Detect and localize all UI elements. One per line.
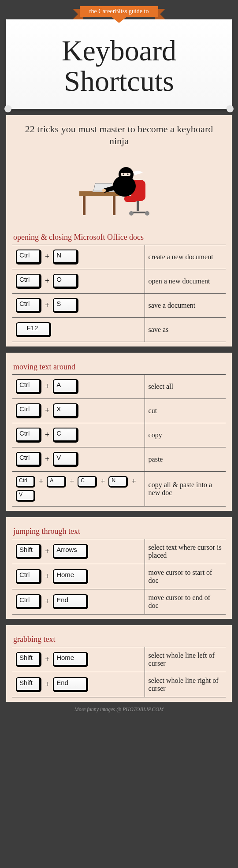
svg-rect-1 <box>113 195 115 215</box>
plus-icon: + <box>130 477 137 486</box>
table-row: Ctrl+Ssave a document <box>12 293 226 317</box>
svg-rect-6 <box>124 196 138 202</box>
section-panel: grabbing text Shift+Homeselect whole lin… <box>6 625 232 702</box>
plus-icon: + <box>44 572 50 581</box>
ribbon: the CareerBliss guide to <box>6 6 232 23</box>
section-panel: moving text around Ctrl+Aselect allCtrl+… <box>6 353 232 511</box>
shortcut-description: copy <box>145 423 226 447</box>
table-row: Ctrl+Xcut <box>12 399 226 423</box>
plus-icon: + <box>44 430 50 440</box>
keycap: C <box>53 428 78 443</box>
shortcut-keys: Ctrl+X <box>12 399 145 423</box>
shortcut-description: select whole line right of curser <box>145 672 226 697</box>
plus-icon: + <box>44 382 50 391</box>
shortcut-description: open a new document <box>145 269 226 293</box>
table-row: Shift+Endselect whole line right of curs… <box>12 672 226 697</box>
keycap: Ctrl <box>16 298 41 313</box>
keycap: Ctrl <box>16 274 41 289</box>
keycap: Shift <box>16 544 41 559</box>
shortcut-keys: Shift+Home <box>12 647 145 672</box>
svg-rect-7 <box>137 201 139 211</box>
shortcut-keys: F12 <box>12 317 145 342</box>
keycap: O <box>53 274 78 289</box>
plus-icon: + <box>100 477 106 486</box>
banner-curl-left-icon <box>4 105 11 112</box>
shortcut-table: Ctrl+Aselect allCtrl+XcutCtrl+CcopyCtrl+… <box>12 374 226 507</box>
keycap: End <box>53 677 88 692</box>
shortcut-description: select all <box>145 374 226 399</box>
plus-icon: + <box>44 597 50 606</box>
table-row: Shift+Arrowsselect text where cursor is … <box>12 539 226 564</box>
shortcut-keys: Ctrl+A+C+N+V <box>12 471 145 506</box>
table-row: F12save as <box>12 317 226 342</box>
table-row: Ctrl+Vpaste <box>12 447 226 471</box>
svg-point-13 <box>123 173 124 175</box>
shortcut-keys: Ctrl+O <box>12 269 145 293</box>
keycap: Ctrl <box>16 250 41 264</box>
plus-icon: + <box>44 454 50 464</box>
shortcut-description: paste <box>145 447 226 471</box>
plus-icon: + <box>44 655 50 664</box>
table-row: Ctrl+Ncreate a new document <box>12 245 226 269</box>
table-row: Ctrl+Aselect all <box>12 374 226 399</box>
shortcut-table: Shift+Homeselect whole line left of curs… <box>12 647 226 697</box>
keycap: Home <box>53 652 88 667</box>
title-line-2: Shortcuts <box>64 65 174 97</box>
keycap: Home <box>53 569 88 584</box>
shortcut-description: move cursor to end of doc <box>145 589 226 614</box>
keycap: C <box>78 476 97 488</box>
shortcut-description: select text where cursor is placed <box>145 539 226 564</box>
shortcut-description: cut <box>145 399 226 423</box>
keycap: Ctrl <box>16 452 41 467</box>
plus-icon: + <box>69 477 75 486</box>
shortcut-keys: Ctrl+V <box>12 447 145 471</box>
shortcut-keys: Shift+Arrows <box>12 539 145 564</box>
banner-curl-right-icon <box>227 105 234 112</box>
plus-icon: + <box>38 477 44 486</box>
keycap: Ctrl <box>16 594 41 609</box>
keycap: Ctrl <box>16 379 41 394</box>
keycap: S <box>53 298 78 313</box>
shortcut-keys: Ctrl+N <box>12 245 145 269</box>
section-title: opening & closing Microsoft Office docs <box>13 233 226 242</box>
shortcut-table: Ctrl+Ncreate a new documentCtrl+Oopen a … <box>12 245 226 342</box>
shortcut-description: select whole line left of curser <box>145 647 226 672</box>
keycap: A <box>47 476 66 488</box>
subtitle: 22 tricks you must master to become a ke… <box>12 123 226 153</box>
shortcut-keys: Shift+End <box>12 672 145 697</box>
plus-icon: + <box>44 252 50 261</box>
shortcut-table: Shift+Arrowsselect text where cursor is … <box>12 539 226 615</box>
shortcut-keys: Ctrl+S <box>12 293 145 317</box>
shortcut-description: create a new document <box>145 245 226 269</box>
keycap: F12 <box>16 322 51 337</box>
section-title: grabbing text <box>13 635 226 644</box>
shortcut-keys: Ctrl+Home <box>12 564 145 589</box>
shortcut-description: save a document <box>145 293 226 317</box>
keycap: X <box>53 403 78 418</box>
ribbon-notch-icon <box>111 17 127 23</box>
section-title: moving text around <box>13 362 226 372</box>
shortcut-keys: Ctrl+A <box>12 374 145 399</box>
plus-icon: + <box>44 406 50 415</box>
shortcut-description: move cursor to start of doc <box>145 564 226 589</box>
keycap: V <box>53 452 78 467</box>
keycap: End <box>53 594 88 609</box>
keycap: Ctrl <box>16 569 41 584</box>
plus-icon: + <box>44 276 50 286</box>
table-row: Ctrl+Ccopy <box>12 423 226 447</box>
page-frame: the CareerBliss guide to Keyboard Shortc… <box>0 0 238 717</box>
ninja-icon <box>75 155 163 221</box>
shortcut-keys: Ctrl+End <box>12 589 145 614</box>
keycap: Shift <box>16 652 41 667</box>
keycap: A <box>53 379 78 394</box>
table-row: Ctrl+Homemove cursor to start of doc <box>12 564 226 589</box>
shortcut-description: save as <box>145 317 226 342</box>
keycap: Ctrl <box>16 403 41 418</box>
keycap: V <box>16 490 35 502</box>
svg-rect-12 <box>121 173 130 176</box>
shortcut-description: copy all & paste into a new doc <box>145 471 226 506</box>
keycap: Ctrl <box>16 476 35 488</box>
table-row: Ctrl+Endmove cursor to end of doc <box>12 589 226 614</box>
svg-point-8 <box>129 211 134 216</box>
footer-credit: More funny images @ PHOTOBLIP.COM <box>6 702 232 715</box>
